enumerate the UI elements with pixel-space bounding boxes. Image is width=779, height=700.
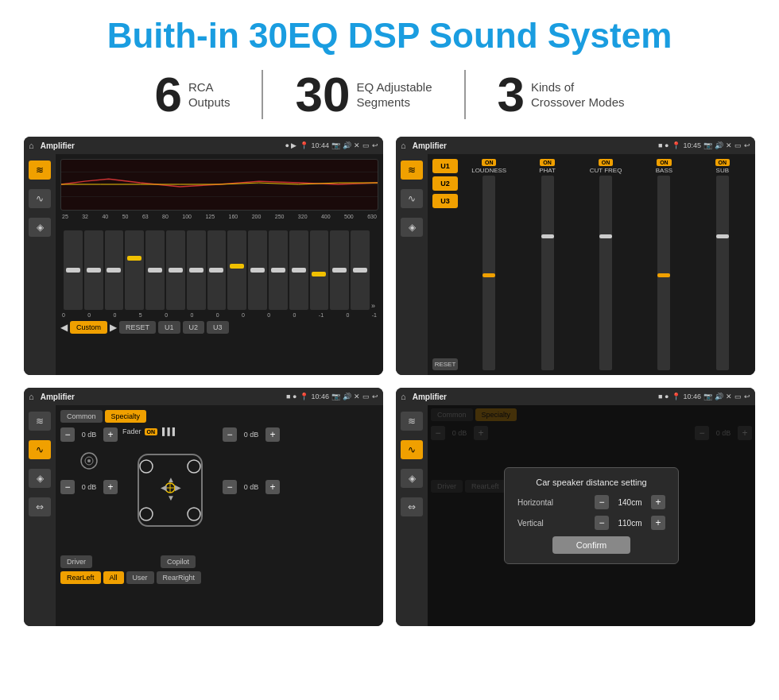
bass-slider[interactable] [657,176,670,370]
reset-button-1[interactable]: RESET [119,321,156,334]
dot-icons-1: ● ▶ [285,141,297,149]
arrow-icon-3[interactable]: ⇔ [29,497,51,516]
horizontal-ctrl: − 140cm + [595,495,665,509]
slider-4[interactable] [125,230,144,310]
screen-fader: ⌂ Amplifier ■ ● 📍 10:46 📷 🔊 ✕ ▭ ↩ ≋ ∿ ◈ [24,388,383,626]
copilot-btn[interactable]: Copilot [161,555,196,568]
eq-icon-4[interactable]: ≋ [401,412,423,431]
rearright-btn[interactable]: RearRight [157,571,202,584]
minus-btn-4[interactable]: − [223,480,237,494]
vol-row-1: − 0 dB + [60,427,118,442]
status-icons-2: 📍 10:45 📷 🔊 ✕ ▭ ↩ [672,141,750,149]
stat-number-eq: 30 [295,70,350,119]
stat-rca: 6 RCAOutputs [122,70,263,119]
loudness-slider[interactable] [483,176,495,370]
slider-9[interactable] [227,230,246,310]
reset-button-2[interactable]: RESET [432,358,458,370]
wave-icon-2[interactable]: ∿ [401,189,423,208]
plus-btn-4[interactable]: + [265,480,280,494]
speaker-icon-3[interactable]: ◈ [29,469,51,488]
slider-13[interactable] [310,230,329,310]
vol-val-2: 0 dB [78,483,100,491]
ch-label-bass: BASS [656,167,672,174]
ch-label-phat: PHAT [539,167,556,174]
wave-icon-1[interactable]: ∿ [29,189,51,208]
wave-icon-4[interactable]: ∿ [401,440,423,459]
stat-number-crossover: 3 [498,70,525,119]
slider-15[interactable] [351,230,370,310]
u3-button-1[interactable]: U3 [207,321,229,334]
dialog-overlay: Car speaker distance setting Horizontal … [428,405,755,626]
minus-btn-1[interactable]: − [60,427,75,442]
home-icon-2: ⌂ [401,141,406,150]
confirm-button[interactable]: Confirm [552,536,631,554]
back-icon-1: ↩ [372,141,378,149]
slider-11[interactable] [269,230,288,310]
eq-icon-2[interactable]: ≋ [401,160,423,180]
eq-chart [60,159,378,211]
vertical-plus[interactable]: + [651,516,665,530]
main-content-1: 253240506380100125160200250320400500630 [56,154,383,375]
home-icon-1: ⌂ [29,141,34,150]
eq-icon-1[interactable]: ≋ [29,160,51,180]
tab-specialty-3[interactable]: Specialty [105,410,147,423]
slider-2[interactable] [84,230,103,310]
slider-5[interactable] [145,230,165,310]
channel-loudness-header: ON LOUDNESS [471,159,506,174]
u2-preset[interactable]: U2 [432,176,458,191]
wave-icon-3[interactable]: ∿ [29,440,51,459]
horizontal-plus[interactable]: + [651,495,665,509]
fader-section: − 0 dB + [60,427,378,551]
speaker-icon-1[interactable]: ◈ [29,218,51,237]
vertical-minus[interactable]: − [595,516,609,530]
rearleft-btn[interactable]: RearLeft [60,571,101,584]
horizontal-minus[interactable]: − [595,495,609,509]
arrow-icon-4[interactable]: ⇔ [401,497,423,516]
next-button[interactable]: ▶ [110,322,117,333]
status-icons-1: 📍 10:44 📷 🔊 ✕ ▭ ↩ [300,141,378,149]
user-btn[interactable]: User [126,571,154,584]
left-sidebar-1: ≋ ∿ ◈ [24,154,56,375]
page-title: Buith-in 30EQ DSP Sound System [24,16,755,56]
slider-10[interactable] [248,230,267,310]
slider-12[interactable] [289,230,308,310]
fader-on: ON [145,428,158,435]
driver-btn[interactable]: Driver [60,555,92,568]
plus-btn-1[interactable]: + [103,427,118,442]
phat-slider[interactable] [541,176,554,370]
custom-button[interactable]: Custom [70,321,107,334]
vol-icon-1: 🔊 [343,141,351,149]
prev-button[interactable]: ◀ [60,322,68,333]
car-layout: Fader ON ▌▌▌ [122,427,218,551]
car-svg: ◀ ▶ ▲ ▼ [122,439,218,538]
dot-icons-2: ■ ● [658,141,669,149]
stats-row: 6 RCAOutputs 30 EQ AdjustableSegments 3 … [24,70,755,119]
u1-preset[interactable]: U1 [432,159,458,173]
eq-icon-3[interactable]: ≋ [29,412,51,431]
slider-14[interactable] [330,230,349,310]
slider-3[interactable] [105,230,124,310]
u3-preset[interactable]: U3 [432,194,458,208]
slider-6[interactable] [166,230,185,310]
slider-8[interactable] [207,230,227,310]
plus-btn-2[interactable]: + [103,480,118,494]
speaker-icon-4[interactable]: ◈ [401,469,423,488]
vol-row-3: − 0 dB + [223,427,280,442]
plus-btn-3[interactable]: + [265,427,280,442]
minus-btn-2[interactable]: − [60,480,75,494]
fader-label: Fader [122,427,141,435]
svg-point-10 [188,508,200,520]
left-sidebar-4: ≋ ∿ ◈ ⇔ [396,405,428,626]
slider-7[interactable] [187,230,206,310]
cutfreq-slider[interactable] [599,176,612,370]
minus-btn-3[interactable]: − [223,427,237,442]
all-btn[interactable]: All [103,571,124,584]
tab-common-3[interactable]: Common [60,410,103,423]
home-icon-4: ⌂ [401,392,406,401]
main-content-4: Common Specialty − 0 dB + [428,405,755,626]
u1-button-1[interactable]: U1 [158,321,180,334]
u2-button-1[interactable]: U2 [183,321,205,334]
slider-1[interactable] [64,230,83,310]
sub-slider[interactable] [716,176,729,370]
speaker-icon-2[interactable]: ◈ [401,218,423,237]
